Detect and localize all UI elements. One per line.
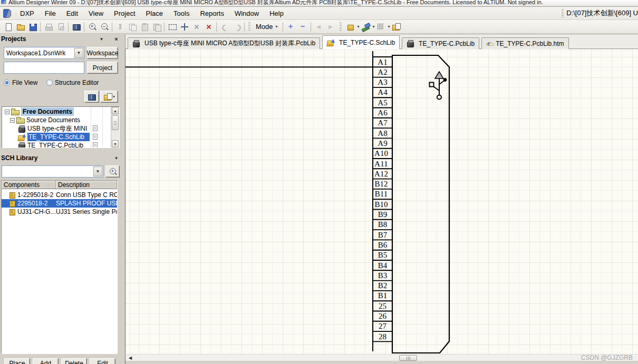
component-filter-combo[interactable]: ▼ (2, 165, 103, 178)
pin-label[interactable]: A10 (374, 149, 388, 158)
pin-label[interactable]: 28 (379, 332, 386, 341)
grid-settings-button[interactable] (375, 21, 387, 33)
component-row[interactable]: UJ31-CH-G... UJ31 Series Single Por... (2, 208, 117, 216)
pin-label[interactable]: B5 (378, 251, 388, 259)
zoom-in-button[interactable] (86, 21, 98, 33)
toolbar-grip[interactable] (340, 22, 342, 31)
radio-selected-icon[interactable] (4, 80, 10, 86)
place-button[interactable]: Place (4, 358, 30, 364)
projects-tree[interactable]: Free Documents Source Documents USB type… (2, 106, 120, 148)
chevron-down-icon[interactable]: ▼ (93, 166, 102, 176)
new-button[interactable] (2, 21, 14, 33)
menu-reports[interactable]: Reports (195, 8, 229, 19)
edit-button[interactable]: Edit (90, 358, 115, 364)
menu-tools[interactable]: Tools (168, 8, 195, 19)
pin-label[interactable]: B10 (374, 200, 388, 209)
workspace-combo[interactable]: Workspace1.DsnWrk ▼ (4, 47, 84, 59)
library-search-button[interactable] (105, 165, 120, 178)
pin-label[interactable]: A7 (378, 119, 388, 127)
menu-help[interactable]: Help (264, 8, 289, 19)
deselect-all-button[interactable] (190, 21, 202, 33)
pin-label[interactable]: A3 (378, 78, 387, 86)
tree-label[interactable]: Free Documents (21, 107, 74, 116)
panel-close-icon[interactable]: × (113, 36, 120, 42)
drawing-tools-button[interactable] (360, 21, 372, 33)
pin-label[interactable]: B1 (378, 291, 388, 300)
pin-label[interactable]: B4 (378, 261, 388, 270)
column-description[interactable]: Description (56, 181, 117, 189)
panel-menu-chevron-icon[interactable]: ▾ (113, 155, 120, 161)
project-button[interactable]: Project (87, 62, 118, 74)
pin-label[interactable]: A8 (378, 129, 387, 137)
pin-label[interactable]: B8 (378, 220, 388, 229)
tree-label[interactable]: TE_TYPE-C.PcbLib (27, 142, 83, 148)
select-area-button[interactable] (166, 21, 178, 33)
menu-view[interactable]: View (83, 8, 109, 19)
menu-dxp[interactable]: DXP (15, 8, 40, 19)
dxp-logo-icon[interactable] (3, 9, 11, 18)
pin-label[interactable]: A1 (378, 58, 387, 66)
pin-label[interactable]: A6 (378, 109, 388, 117)
pin-label[interactable]: B3 (378, 271, 388, 280)
usb-symbol-icon[interactable] (430, 72, 447, 100)
scrollbar-thumb[interactable] (112, 115, 119, 130)
pin-label[interactable]: A11 (374, 160, 388, 168)
plus-button[interactable] (285, 21, 297, 33)
pin-label[interactable]: B6 (378, 241, 388, 249)
scroll-up-button[interactable]: ▲ (112, 107, 119, 114)
menu-window[interactable]: Window (229, 8, 264, 19)
tab-te-typec-pcblib[interactable]: TE_TYPE-C.PcbLib (402, 37, 479, 49)
tree-label[interactable]: Source Documents (26, 116, 80, 124)
components-list[interactable]: Components △ Description 1-2295018-2 Con… (1, 180, 118, 354)
chevron-down-icon[interactable]: ▼ (74, 48, 83, 58)
zoom-out-button[interactable] (98, 21, 110, 33)
pin-label[interactable]: A9 (378, 139, 387, 147)
move-selection-button[interactable] (178, 21, 190, 33)
pin-label[interactable]: 27 (379, 322, 387, 330)
mode-dropdown[interactable]: Mode ▾ (253, 21, 281, 33)
pin-label[interactable]: B11 (375, 190, 388, 198)
window-titlebar[interactable]: Altium Designer Winter 09 - D:\[07]技术创新\… (0, 0, 638, 7)
tree-vertical-scrollbar[interactable]: ▲ ▼ (111, 107, 119, 147)
scroll-left-button[interactable]: ◀ (127, 355, 134, 361)
tree-row-free-documents[interactable]: Free Documents (2, 107, 110, 116)
tree-label[interactable]: USB type-c母座 MINI (27, 124, 87, 133)
schematic-canvas[interactable]: A1 A2 A3 A4 A5 A6 A7 A8 A9 A10 A11 A12 B… (125, 49, 638, 354)
toolbar-grip[interactable] (562, 9, 564, 18)
pin-label[interactable]: A12 (374, 170, 388, 178)
collapse-icon[interactable] (5, 110, 9, 114)
menu-place[interactable]: Place (141, 8, 169, 19)
toolbar-grip[interactable] (248, 22, 250, 31)
radio-unselected-icon[interactable] (46, 80, 53, 86)
add-button[interactable]: Add (33, 358, 59, 364)
horizontal-scrollbar[interactable]: ◀ CSDN @GJZGRB (125, 354, 638, 361)
open-document-button[interactable]: ▾ (100, 91, 118, 103)
tree-label[interactable]: TE_TYPE-C.SchLib (27, 133, 90, 141)
project-combo[interactable] (4, 62, 84, 74)
tree-row-source-documents[interactable]: Source Documents (2, 116, 110, 124)
tab-te-typec-pcblib-htm[interactable]: TE_TYPE-C.PcbLib.htm (481, 37, 568, 49)
pin-label[interactable]: A4 (378, 88, 388, 96)
workspace-button[interactable]: Workspace (87, 47, 118, 59)
menu-edit[interactable]: Edit (61, 8, 83, 19)
component-row-selected[interactable]: 2295018-2 SPLASH PROOF USB... (2, 199, 117, 208)
save-button[interactable] (26, 21, 38, 33)
collapse-icon[interactable] (10, 118, 15, 123)
file-view-radio[interactable]: File View (4, 79, 37, 86)
pin-label[interactable]: B12 (374, 180, 388, 188)
menu-project[interactable]: Project (109, 8, 140, 19)
tab-te-typec-schlib[interactable]: TE_TYPE-C.SchLib (322, 35, 400, 49)
address-toolbar[interactable]: D:\[07]技术创新\[609] U (562, 8, 638, 18)
component-row[interactable]: 1-2295018-2 Conn USB Type C RC... (2, 191, 117, 199)
pin-label[interactable]: B2 (378, 281, 388, 290)
open-button[interactable] (14, 21, 26, 33)
menu-file[interactable]: File (40, 8, 61, 19)
minus-button[interactable] (297, 21, 309, 33)
scroll-down-button[interactable]: ▼ (112, 140, 119, 147)
clear-filter-button[interactable] (202, 21, 215, 33)
column-components[interactable]: Components △ (2, 181, 56, 189)
project-sort-button[interactable] (84, 91, 99, 103)
scrollbar-thumb[interactable] (399, 355, 417, 361)
component-body-outline[interactable] (392, 55, 449, 353)
document-options-button[interactable] (390, 21, 402, 33)
